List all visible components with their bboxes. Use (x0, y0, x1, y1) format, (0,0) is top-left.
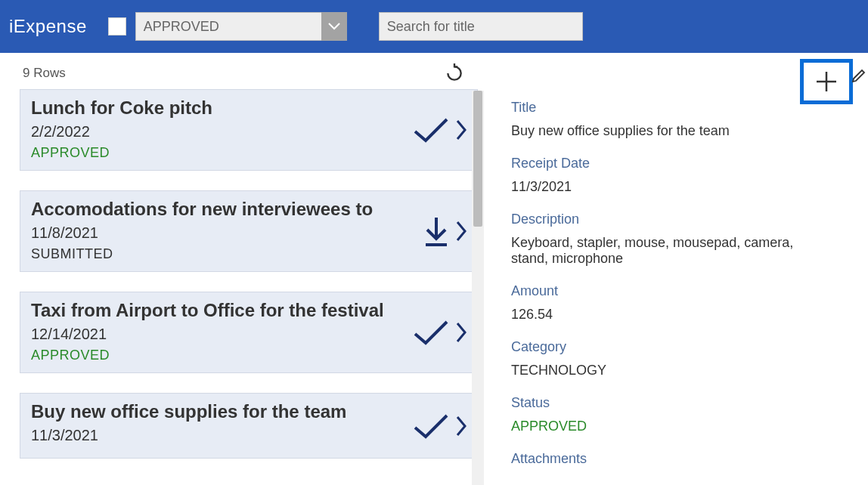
search-input[interactable] (379, 12, 583, 41)
field-label-attachments: Attachments (511, 451, 853, 467)
expense-row-date: 2/2/2022 (31, 123, 467, 141)
app-title: iExpense (9, 16, 87, 37)
expense-row-title: Buy new office supplies for the team (31, 401, 467, 422)
list-scrollbar[interactable] (472, 91, 484, 485)
rows-count-label: 9 Rows (23, 66, 66, 81)
chevron-right-icon[interactable] (454, 317, 470, 348)
field-label-status: Status (511, 395, 853, 411)
check-icon (411, 115, 451, 145)
check-icon (411, 317, 451, 348)
expense-row-actions (411, 411, 470, 441)
status-filter-select[interactable]: APPROVED (135, 12, 347, 41)
expense-row-actions (421, 215, 470, 248)
rows-header: 9 Rows (0, 53, 484, 89)
expense-row[interactable]: Accomodations for new interviewees to 11… (20, 190, 478, 272)
field-value-description: Keyboard, stapler, mouse, mousepad, came… (511, 235, 798, 267)
field-label-amount: Amount (511, 283, 853, 299)
expense-row-title: Taxi from Airport to Office for the fest… (31, 300, 467, 321)
download-icon (421, 215, 451, 248)
field-value-title: Buy new office supplies for the team (511, 123, 798, 139)
app-header: iExpense APPROVED (0, 0, 868, 53)
expense-row[interactable]: Taxi from Airport to Office for the fest… (20, 292, 478, 373)
expense-row-actions (411, 115, 470, 145)
detail-pane: Title Buy new office supplies for the te… (484, 53, 868, 485)
scroll-thumb[interactable] (473, 91, 482, 227)
refresh-icon[interactable] (445, 63, 464, 83)
expense-row-status: APPROVED (31, 348, 467, 363)
field-label-receipt-date: Receipt Date (511, 156, 853, 171)
status-filter-value: APPROVED (135, 12, 321, 41)
expense-row-title: Accomodations for new interviewees to (31, 199, 467, 220)
expense-row[interactable]: Buy new office supplies for the team 11/… (20, 393, 478, 459)
chevron-right-icon[interactable] (454, 411, 470, 441)
detail-body: Title Buy new office supplies for the te… (511, 53, 853, 467)
field-value-category: TECHNOLOGY (511, 363, 798, 378)
field-value-status: APPROVED (511, 419, 798, 434)
expense-row-title: Lunch for Coke pitch (31, 97, 467, 119)
expense-row-status: SUBMITTED (31, 246, 467, 262)
expense-row-date: 11/3/2021 (31, 427, 467, 444)
content-area: 9 Rows Lunch for Coke pitch 2/2/2022 APP… (0, 53, 868, 485)
chevron-right-icon[interactable] (454, 216, 470, 246)
check-icon (411, 411, 451, 441)
add-button[interactable] (800, 59, 853, 104)
chevron-right-icon[interactable] (454, 115, 470, 145)
edit-icon[interactable] (851, 66, 868, 83)
plus-icon (814, 69, 839, 94)
field-value-amount: 126.54 (511, 307, 798, 323)
expense-row-status: APPROVED (31, 145, 467, 161)
chevron-down-icon[interactable] (321, 12, 347, 41)
expense-row-date: 12/14/2021 (31, 326, 467, 343)
approved-filter-checkbox[interactable] (108, 17, 126, 36)
expense-row[interactable]: Lunch for Coke pitch 2/2/2022 APPROVED (20, 89, 478, 171)
expense-list-pane: 9 Rows Lunch for Coke pitch 2/2/2022 APP… (0, 53, 484, 485)
expense-row-date: 11/8/2021 (31, 224, 467, 242)
expense-row-actions (411, 317, 470, 348)
field-value-receipt-date: 11/3/2021 (511, 179, 798, 195)
expense-list: Lunch for Coke pitch 2/2/2022 APPROVED A… (0, 89, 484, 459)
field-label-category: Category (511, 339, 853, 355)
field-label-description: Description (511, 212, 853, 227)
